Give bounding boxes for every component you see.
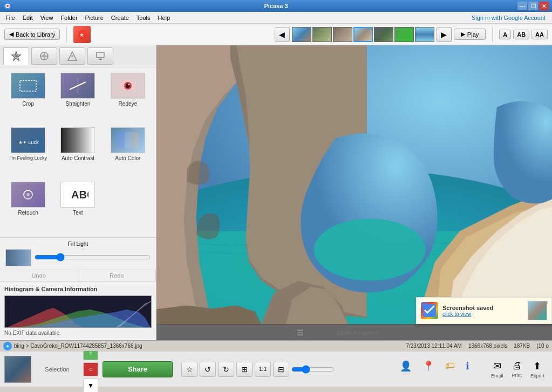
menu-help[interactable]: Help (155, 13, 174, 22)
collage-button[interactable]: ⊟ (273, 362, 289, 377)
menu-view[interactable]: View (37, 13, 57, 22)
undo-button[interactable]: Undo (0, 270, 78, 281)
bottom-tools: + ○ ▼ (83, 346, 98, 393)
email-label: Email (491, 373, 503, 379)
redo-button[interactable]: Redo (78, 270, 156, 281)
remove-button[interactable]: ○ (83, 362, 98, 376)
bottom-tool-row-2: ○ (83, 362, 98, 376)
people-button[interactable]: 👤 (397, 359, 415, 380)
play-label: Play (467, 31, 479, 38)
minimize-button[interactable]: — (517, 2, 527, 10)
filmstrip-button[interactable]: ⊞ (236, 362, 253, 377)
tab-tune[interactable] (31, 47, 57, 65)
status-date: 7/23/2013 12:11:04 AM (406, 343, 461, 349)
menu-edit[interactable]: Edit (19, 13, 36, 22)
fill-light-section: Fill Light (0, 237, 156, 270)
print-icon: 🖨 (512, 360, 522, 372)
thumbnail-6[interactable] (394, 27, 414, 42)
share-icons: ✉ Email 🖨 Print ⬆ Export (488, 359, 548, 380)
svg-point-10 (71, 55, 73, 57)
share-button[interactable]: Share (103, 361, 173, 377)
tool-crop[interactable]: Crop (5, 73, 51, 123)
thumbnail-3[interactable] (333, 27, 352, 42)
title-bar-left (3, 2, 12, 10)
crop-preview (11, 73, 45, 99)
screenshot-notification[interactable]: Screenshot saved click to view ✕ (416, 297, 552, 324)
tool-lucky[interactable]: ★✦ Lucky I'm Feeling Lucky (5, 127, 51, 177)
tool-retouch[interactable]: Retouch (5, 182, 51, 232)
thumbnail-5[interactable] (374, 27, 393, 42)
notification-text: Screenshot saved click to view (442, 305, 523, 317)
svg-point-30 (314, 219, 426, 281)
fill-light-label: Fill Light (5, 241, 151, 247)
toolbar-separator-2 (492, 27, 493, 42)
play-icon: ▶ (461, 31, 465, 38)
auto-contrast-preview (60, 127, 95, 153)
status-bar: ● bing > CavoGreko_ROW11744285857_1366x7… (0, 340, 552, 351)
photo-section: Screenshot saved click to view ✕ ☰ (156, 45, 552, 340)
sign-in-link[interactable]: Sign in with Google Account (472, 15, 550, 21)
title-bar: Picasa 3 — ❐ ✕ (0, 0, 552, 12)
menu-picture[interactable]: Picture (82, 13, 107, 22)
play-section: ◀ ▶ ▶ Play (275, 27, 486, 42)
tool-redeye[interactable]: Redeye (105, 73, 151, 123)
prev-photo-button[interactable]: ◀ (275, 27, 290, 42)
album-thumbnail[interactable] (4, 356, 31, 383)
menu-file[interactable]: File (2, 13, 18, 22)
location-icon: 📍 (422, 360, 434, 372)
thumbnail-2[interactable] (312, 27, 332, 42)
email-icon: ✉ (493, 360, 501, 372)
main-area: Crop Straighten Redeye (0, 45, 552, 340)
histogram-title: Histogram & Camera Information (4, 286, 152, 292)
no-exif-text: No EXIF data available. (4, 330, 152, 336)
notification-subtitle[interactable]: click to view (442, 311, 523, 317)
play-button[interactable]: ▶ Play (454, 29, 486, 40)
main-toolbar: ◀ Back to Library ★ ◀ ▶ ▶ Play A AB AA (0, 24, 552, 45)
thumbnail-4-active[interactable] (353, 27, 373, 42)
menu-create[interactable]: Create (108, 13, 132, 22)
tag-button[interactable]: 🏷 (442, 359, 458, 380)
email-button[interactable]: ✉ Email (488, 359, 507, 380)
notification-close-button[interactable]: ✕ (543, 299, 550, 306)
info-button[interactable]: ℹ (462, 359, 473, 380)
close-button[interactable]: ✕ (539, 2, 549, 10)
tab-export[interactable] (87, 47, 113, 65)
fit-button[interactable]: 1:1 (255, 362, 271, 377)
star-button[interactable]: ☆ (181, 362, 197, 377)
tool-straighten[interactable]: Straighten (55, 73, 100, 123)
restore-button[interactable]: ❐ (528, 2, 538, 10)
redeye-label: Redeye (119, 101, 137, 107)
menu-folder[interactable]: Folder (57, 13, 80, 22)
thumbnail-7[interactable] (415, 27, 434, 42)
view-aa-button[interactable]: AA (531, 30, 548, 39)
tool-auto-color[interactable]: Auto Color (105, 127, 151, 177)
menu-tools[interactable]: Tools (133, 13, 154, 22)
fill-light-slider[interactable] (35, 253, 151, 262)
location-button[interactable]: 📍 (419, 359, 438, 380)
view-ab-button[interactable]: AB (513, 30, 529, 39)
selection-label: Selection (36, 366, 79, 373)
auto-color-label: Auto Color (115, 155, 140, 161)
svg-rect-20 (117, 132, 125, 148)
back-to-library-button[interactable]: ◀ Back to Library (4, 29, 60, 40)
next-photo-button[interactable]: ▶ (437, 27, 452, 42)
tool-auto-contrast[interactable]: Auto Contrast (55, 127, 100, 177)
zoom-slider[interactable] (291, 365, 335, 374)
text-label: Text (73, 210, 83, 216)
tab-fix[interactable] (3, 47, 29, 65)
rotate-ccw-button[interactable]: ↺ (200, 362, 216, 377)
thumbnail-1[interactable] (292, 27, 311, 42)
export-button[interactable]: ⬆ Export (527, 359, 548, 380)
caption-input[interactable] (304, 329, 412, 336)
rotate-cw-button[interactable]: ↻ (218, 362, 234, 377)
more-button[interactable]: ▼ (83, 379, 98, 393)
print-button[interactable]: 🖨 Print (508, 359, 525, 379)
view-a-button[interactable]: A (499, 30, 511, 39)
back-arrow-icon: ◀ (9, 31, 13, 38)
tool-text[interactable]: ABC Text (55, 182, 100, 232)
undo-redo-section: Undo Redo (0, 270, 156, 281)
text-preview: ABC (60, 182, 95, 208)
crop-label: Crop (22, 101, 34, 107)
tab-effects[interactable] (59, 47, 85, 65)
histogram-chart (4, 295, 152, 328)
